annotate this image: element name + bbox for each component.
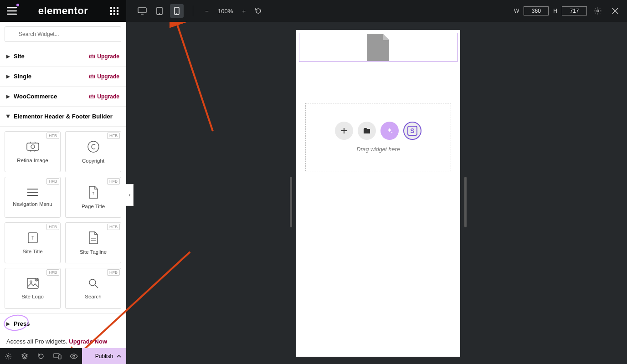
widgets-grid-button[interactable] — [108, 5, 121, 17]
collapse-sidebar-handle[interactable]: ‹ — [126, 184, 134, 206]
height-label: H — [553, 8, 557, 14]
template-library-button[interactable] — [358, 122, 376, 140]
retina-image-icon — [26, 140, 40, 153]
mobile-device-button[interactable] — [170, 4, 184, 18]
category-header-footer-builder[interactable]: ▶Elementor Header & Footer Builder — [0, 107, 126, 127]
settings-gear-button[interactable] — [591, 5, 604, 17]
widget-site-logo[interactable]: HFB Site Logo — [5, 268, 61, 309]
page-title-icon: T — [88, 185, 99, 199]
widget-tag: HFB — [107, 224, 120, 230]
widget-tag: HFB — [46, 269, 59, 276]
zoom-level: 100% — [218, 8, 233, 15]
height-input[interactable] — [562, 6, 587, 15]
preview-button[interactable] — [66, 348, 82, 364]
category-label: Site — [14, 53, 25, 60]
scroll-indicator — [290, 177, 292, 227]
svg-rect-16 — [27, 143, 39, 150]
category-label: Press — [14, 320, 30, 327]
svg-rect-7 — [113, 13, 115, 15]
caret-down-icon: ▶ — [6, 115, 11, 118]
svg-point-26 — [7, 355, 9, 357]
separator — [193, 5, 193, 16]
widget-label: Search — [85, 294, 101, 299]
site-title-icon: T — [27, 231, 39, 244]
crown-icon — [89, 54, 95, 59]
svg-point-14 — [597, 10, 599, 12]
zoom-in-button[interactable]: + — [239, 8, 248, 15]
upgrade-text: Upgrade — [97, 73, 119, 80]
category-single[interactable]: ▶Single Upgrade — [0, 67, 126, 87]
widget-site-title[interactable]: HFB T Site Title — [5, 222, 61, 263]
panel-header: elementor — [0, 0, 126, 22]
category-woocommerce[interactable]: ▶WooCommerce Upgrade — [0, 87, 126, 107]
zoom-out-button[interactable]: − — [202, 8, 211, 15]
upgrade-now-link[interactable]: Upgrade Now — [69, 338, 107, 345]
dimension-controls: W H — [514, 5, 627, 17]
hamburger-menu-button[interactable] — [5, 5, 18, 17]
copyright-icon — [87, 140, 100, 154]
sidebar-footer: Publish — [0, 348, 126, 364]
svg-text:T: T — [31, 236, 34, 241]
drop-zone-buttons: S — [335, 122, 421, 140]
upgrade-badge[interactable]: Upgrade — [89, 53, 119, 60]
tablet-device-button[interactable] — [153, 4, 166, 18]
page-settings-button[interactable] — [0, 348, 16, 364]
widget-tag: HFB — [107, 269, 120, 276]
caret-right-icon: ▶ — [6, 74, 10, 79]
widget-navigation-menu[interactable]: HFB Navigation Menu — [5, 177, 61, 218]
search-widget-icon — [87, 277, 99, 289]
history-button[interactable] — [33, 348, 49, 364]
add-section-button[interactable] — [335, 122, 353, 140]
upgrade-badge[interactable]: Upgrade — [89, 73, 119, 80]
image-placeholder-icon — [367, 34, 389, 61]
mobile-preview-frame: S Drag widget here — [296, 30, 460, 357]
search-widget-input[interactable] — [5, 26, 121, 42]
width-input[interactable] — [524, 6, 549, 15]
desktop-device-button[interactable] — [135, 4, 149, 18]
category-label: Single — [14, 73, 31, 80]
s-icon: S — [407, 126, 417, 136]
drop-zone[interactable]: S Drag widget here — [305, 103, 451, 171]
navigator-button[interactable] — [16, 348, 33, 364]
top-bar: elementor − 100% + W H — [0, 0, 627, 22]
image-widget-placeholder[interactable] — [299, 33, 457, 62]
widget-copyright[interactable]: HFB Copyright — [65, 131, 121, 172]
crown-icon — [89, 74, 95, 79]
widget-search[interactable]: HFB Search — [65, 268, 121, 309]
site-tagline-icon — [88, 231, 99, 245]
publish-button[interactable]: Publish — [82, 348, 126, 364]
drop-zone-label: Drag widget here — [356, 146, 400, 153]
widget-label: Site Logo — [21, 294, 44, 299]
category-press[interactable]: ▶ Press — [0, 313, 126, 333]
zoom-reset-button[interactable] — [255, 7, 264, 15]
category-site[interactable]: ▶Site Upgrade — [0, 46, 126, 67]
upgrade-badge[interactable]: Upgrade — [89, 93, 119, 100]
svg-point-29 — [73, 355, 75, 357]
widget-tag: HFB — [46, 224, 59, 230]
publish-label: Publish — [95, 353, 113, 359]
upgrade-promo: Access all Pro widgets. Upgrade Now — [0, 333, 126, 348]
responsive-mode-button[interactable] — [49, 348, 66, 364]
container-button[interactable]: S — [403, 122, 421, 140]
widget-site-tagline[interactable]: HFB Site Tagline — [65, 222, 121, 263]
widget-label: Copyright — [82, 158, 104, 164]
widget-label: Site Title — [22, 249, 42, 254]
widget-page-title[interactable]: HFB T Page Title — [65, 177, 121, 218]
crown-icon — [89, 94, 95, 99]
widget-label: Retina Image — [17, 158, 48, 163]
ai-button[interactable] — [380, 122, 399, 140]
svg-rect-2 — [117, 7, 118, 9]
svg-point-18 — [88, 141, 99, 152]
widget-retina-image[interactable]: HFB Retina Image — [5, 131, 61, 172]
publish-options-chevron[interactable] — [114, 352, 123, 361]
upgrade-text: Upgrade — [97, 53, 119, 60]
close-button[interactable] — [609, 5, 622, 17]
caret-right-icon: ▶ — [6, 54, 10, 59]
svg-point-30 — [391, 132, 392, 133]
svg-point-13 — [176, 13, 177, 14]
caret-right-icon: ▶ — [6, 94, 10, 99]
caret-right-icon: ▶ — [6, 321, 10, 326]
category-label: Elementor Header & Footer Builder — [14, 113, 113, 120]
annotation-arrow — [170, 15, 220, 133]
svg-rect-4 — [113, 10, 115, 12]
